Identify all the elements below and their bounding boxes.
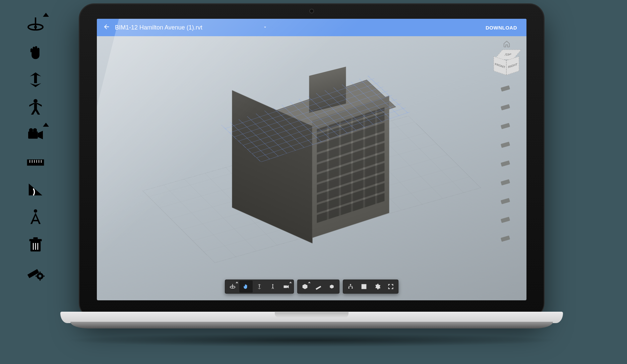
settings-gear-icon[interactable] bbox=[371, 281, 384, 293]
svg-rect-5 bbox=[34, 103, 37, 109]
svg-rect-20 bbox=[29, 239, 42, 241]
orbit-icon[interactable] bbox=[23, 13, 48, 36]
home-view-icon[interactable] bbox=[503, 40, 510, 48]
svg-rect-38 bbox=[350, 284, 351, 285]
laptop-mockup: BIM1-12 Hamilton Avenue (1).rvt DOWNLOAD bbox=[60, 3, 563, 359]
viewer-toolbar bbox=[225, 280, 398, 294]
svg-point-4 bbox=[34, 99, 38, 103]
zoom-extents-icon[interactable] bbox=[253, 281, 266, 293]
building-model[interactable] bbox=[225, 85, 379, 229]
viewer-screen: BIM1-12 Hamilton Avenue (1).rvt DOWNLOAD bbox=[97, 19, 526, 300]
laptop-base bbox=[60, 312, 563, 332]
ruler-icon[interactable] bbox=[23, 151, 48, 174]
svg-point-9 bbox=[33, 128, 37, 132]
svg-rect-39 bbox=[348, 288, 349, 289]
svg-rect-21 bbox=[33, 237, 38, 239]
walk-icon[interactable] bbox=[266, 281, 279, 293]
section-box-icon[interactable] bbox=[298, 281, 312, 293]
model-tree-icon[interactable] bbox=[344, 281, 357, 293]
back-arrow-icon[interactable] bbox=[103, 23, 110, 32]
svg-marker-7 bbox=[38, 131, 43, 139]
walk-icon[interactable] bbox=[23, 96, 48, 119]
pan-hand-icon[interactable] bbox=[23, 41, 48, 64]
svg-point-27 bbox=[39, 275, 41, 278]
compass-icon[interactable] bbox=[23, 206, 48, 229]
svg-rect-6 bbox=[28, 131, 38, 139]
explode-icon[interactable] bbox=[325, 281, 338, 293]
3d-viewport[interactable]: TOP FRONT RIGHT bbox=[97, 36, 526, 300]
external-side-toolbar bbox=[23, 13, 48, 284]
svg-point-8 bbox=[29, 128, 33, 132]
properties-icon[interactable] bbox=[357, 281, 371, 293]
pan-hand-icon[interactable] bbox=[239, 281, 253, 293]
measure-settings-icon[interactable] bbox=[23, 261, 48, 284]
download-button[interactable]: DOWNLOAD bbox=[482, 23, 520, 32]
svg-point-34 bbox=[272, 284, 273, 285]
orbit-icon[interactable] bbox=[226, 281, 239, 293]
file-title: BIM1-12 Hamilton Avenue (1).rvt bbox=[115, 24, 202, 31]
svg-rect-40 bbox=[352, 288, 353, 289]
svg-rect-37 bbox=[316, 286, 321, 290]
trash-icon[interactable] bbox=[23, 233, 48, 256]
nav-tool-group bbox=[225, 280, 294, 294]
measure-icon[interactable] bbox=[312, 281, 325, 293]
file-dropdown-icon[interactable] bbox=[263, 24, 267, 31]
webcam-icon bbox=[309, 9, 314, 13]
camera-icon[interactable] bbox=[23, 123, 48, 146]
svg-rect-35 bbox=[284, 286, 287, 288]
fullscreen-icon[interactable] bbox=[384, 281, 397, 293]
view-cube[interactable]: TOP FRONT RIGHT bbox=[494, 50, 520, 76]
angle-icon[interactable] bbox=[23, 178, 48, 201]
svg-point-17 bbox=[34, 209, 37, 213]
analyze-tool-group bbox=[297, 280, 339, 294]
svg-point-2 bbox=[34, 26, 37, 28]
svg-rect-3 bbox=[34, 75, 37, 83]
app-header: BIM1-12 Hamilton Avenue (1).rvt DOWNLOAD bbox=[97, 19, 526, 36]
zoom-extents-icon[interactable] bbox=[23, 68, 48, 91]
svg-marker-36 bbox=[287, 285, 289, 288]
panels-tool-group bbox=[343, 280, 398, 294]
camera-icon[interactable] bbox=[279, 281, 293, 293]
level-markers bbox=[501, 86, 510, 241]
